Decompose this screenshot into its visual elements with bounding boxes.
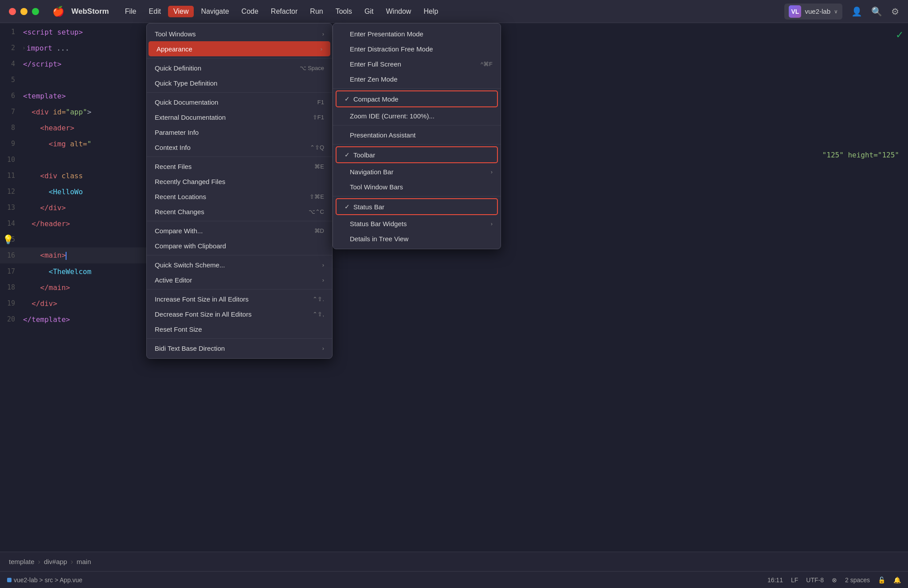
project-dropdown-arrow: ∨ [834,8,838,15]
menu-item-recently-changed-files[interactable]: Recently Changed Files [147,174,332,189]
appearance-submenu[interactable]: Enter Presentation Mode Enter Distractio… [333,23,501,249]
menu-view[interactable]: View [168,6,194,17]
separator [147,157,332,157]
apple-icon: 🍎 [52,6,64,17]
menu-item-context-info[interactable]: Context Info ⌃⇧Q [147,140,332,155]
lightbulb-icon[interactable]: 💡 [3,234,14,245]
arrow-icon: › [322,31,324,37]
maximize-button[interactable] [32,8,39,15]
add-profile-icon[interactable]: 👤 [851,6,862,17]
menu-item-bidi-text[interactable]: Bidi Text Base Direction › [147,341,332,356]
menu-item-active-editor[interactable]: Active Editor › [147,272,332,287]
menu-item-parameter-info[interactable]: Parameter Info [147,125,332,140]
menu-git[interactable]: Git [359,6,379,17]
separator [147,338,332,339]
search-icon[interactable]: 🔍 [871,6,882,17]
menu-edit[interactable]: Edit [143,6,166,17]
project-icon: VL [789,5,801,18]
code-line-9: 9 <img alt=" [0,136,151,152]
menu-tools[interactable]: Tools [330,6,357,17]
breadcrumb-template[interactable]: template [9,558,35,565]
code-line-11: 11 <div class [0,168,151,184]
menu-help[interactable]: Help [418,6,443,17]
menu-file[interactable]: File [120,6,142,17]
appearance-item-presentation-mode[interactable]: Enter Presentation Mode [333,26,501,41]
highlighted-code: "125" height="125" [822,151,899,159]
project-path[interactable]: vue2-lab > src > App.vue [7,576,82,584]
line-ending[interactable]: LF [791,576,798,584]
menu-item-quick-switch-scheme[interactable]: Quick Switch Scheme... › [147,257,332,272]
lock-icon: 🔓 [878,576,885,584]
separator [147,58,332,59]
title-bar-left: 🍎 WebStorm File Edit View Navigate Code … [9,6,443,17]
appearance-item-toolbar[interactable]: ✓ Toolbar [337,147,497,162]
appearance-item-details-tree-view[interactable]: Details in Tree View [333,231,501,246]
render-icon: ⊗ [832,576,837,584]
settings-icon[interactable]: ⚙ [891,6,899,17]
appearance-item-tool-window-bars[interactable]: Tool Window Bars [333,179,501,194]
menu-item-compare-clipboard[interactable]: Compare with Clipboard [147,238,332,253]
separator [333,125,501,125]
appearance-item-zoom-ide[interactable]: Zoom IDE (Current: 100%)... [333,108,501,123]
menu-item-decrease-font[interactable]: Decrease Font Size in All Editors ⌃⇧, [147,306,332,321]
menu-item-recent-changes[interactable]: Recent Changes ⌥⌃C [147,204,332,219]
menu-item-compare-with[interactable]: Compare With... ⌘D [147,223,332,238]
project-badge[interactable]: VL vue2-lab ∨ [784,4,842,20]
breadcrumb-main[interactable]: main [77,558,91,565]
view-menu-dropdown[interactable]: Tool Windows › Appearance › Quick Defini… [146,23,333,359]
menu-navigate[interactable]: Navigate [196,6,234,17]
separator [147,92,332,93]
compact-mode-box: ✓ Compact Mode [336,90,498,107]
appearance-item-compact-mode[interactable]: ✓ Compact Mode [337,91,497,106]
code-line-20: 20 </template> [0,311,151,327]
menu-item-appearance[interactable]: Appearance › [149,41,330,56]
appearance-item-status-bar[interactable]: ✓ Status Bar [337,199,497,214]
menu-item-recent-locations[interactable]: Recent Locations ⇧⌘E [147,189,332,204]
appearance-item-full-screen[interactable]: Enter Full Screen ^⌘F [333,56,501,71]
menu-run[interactable]: Run [305,6,328,17]
appearance-item-distraction-free[interactable]: Enter Distraction Free Mode [333,41,501,56]
menu-item-reset-font[interactable]: Reset Font Size [147,321,332,337]
minimize-button[interactable] [20,8,27,15]
encoding[interactable]: UTF-8 [806,576,824,584]
app-name: WebStorm [71,7,109,16]
status-bar-box: ✓ Status Bar [336,198,498,215]
code-line-8: 8 <header> [0,120,151,136]
status-right: 16:11 LF UTF-8 ⊗ 2 spaces 🔓 🔔 [767,576,901,584]
status-bar: vue2-lab > src > App.vue 16:11 LF UTF-8 … [0,571,908,588]
appearance-item-zen-mode[interactable]: Enter Zen Mode [333,71,501,86]
menu-item-quick-type-definition[interactable]: Quick Type Definition [147,75,332,90]
indent[interactable]: 2 spaces [845,576,870,584]
menu-bar: File Edit View Navigate Code Refactor Ru… [120,6,444,17]
menu-window[interactable]: Window [381,6,417,17]
menu-refactor[interactable]: Refactor [266,6,303,17]
code-line-12: 12 <HelloWo [0,184,151,200]
menu-item-external-documentation[interactable]: External Documentation ⇧F1 [147,110,332,125]
bell-icon: 🔔 [893,576,901,584]
arrow-icon: › [491,169,493,175]
menu-item-quick-documentation[interactable]: Quick Documentation F1 [147,94,332,110]
appearance-item-presentation-assistant[interactable]: Presentation Assistant [333,127,501,142]
menu-item-tool-windows[interactable]: Tool Windows › [147,26,332,41]
appearance-item-status-bar-widgets[interactable]: Status Bar Widgets › [333,216,501,231]
menu-item-recent-files[interactable]: Recent Files ⌘E [147,159,332,174]
title-bar: 🍎 WebStorm File Edit View Navigate Code … [0,0,908,23]
code-line-17: 17 <TheWelcom [0,263,151,279]
traffic-lights [9,8,39,15]
close-button[interactable] [9,8,16,15]
arrow-icon: › [491,220,493,227]
separator [147,289,332,290]
fold-icon-2[interactable]: › [23,45,25,51]
toolbar-box: ✓ Toolbar [336,146,498,163]
cursor-position[interactable]: 16:11 [767,576,783,584]
project-dot [7,578,12,582]
appearance-item-navigation-bar[interactable]: Navigation Bar › [333,164,501,179]
code-line-10: 10 [0,152,151,168]
menu-code[interactable]: Code [236,6,264,17]
code-line-4: 4 </script> [0,56,151,72]
code-line-16: 16 <main> [0,247,151,263]
menu-item-increase-font[interactable]: Increase Font Size in All Editors ⌃⇧. [147,291,332,306]
menu-item-quick-definition[interactable]: Quick Definition ⌥ Space [147,60,332,75]
breadcrumb-div[interactable]: div#app [44,558,67,565]
check-icon: ✓ [896,29,904,41]
